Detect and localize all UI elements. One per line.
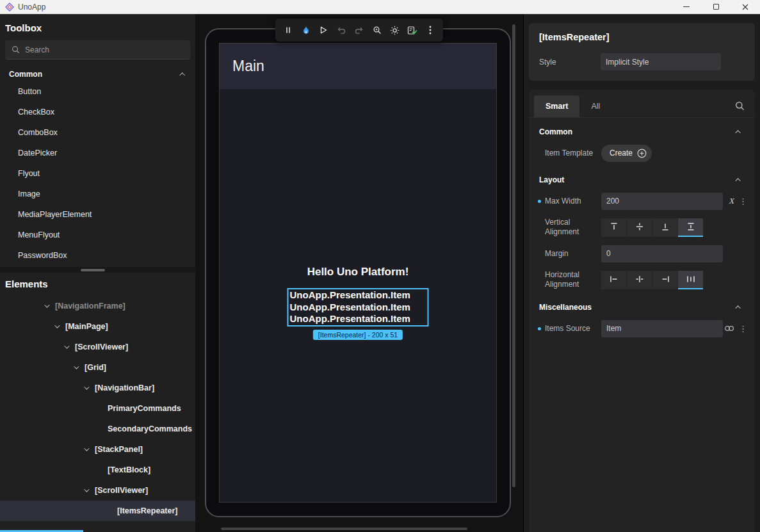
stretch-vertical-button[interactable] (678, 218, 703, 237)
search-input[interactable] (25, 45, 184, 54)
section-layout[interactable]: Layout (529, 166, 755, 188)
chevron-down-icon[interactable] (41, 304, 51, 308)
align-bottom-button[interactable] (652, 218, 677, 237)
chevron-down-icon[interactable] (81, 386, 91, 390)
toolbox-section-common[interactable]: Common (9, 70, 185, 79)
chevron-down-icon[interactable] (51, 325, 61, 328)
app-header[interactable]: Main (220, 44, 496, 89)
play-button[interactable] (316, 22, 331, 38)
items-source-row: Items Source ⋮ (529, 316, 755, 341)
binding-x-icon[interactable]: X (729, 196, 734, 206)
align-horizontal-center-button[interactable] (627, 271, 652, 289)
chevron-down-icon[interactable] (61, 345, 71, 349)
app-content[interactable]: Hello Uno Platform! UnoApp.Presentation.… (220, 89, 496, 502)
tree-item-label: [ItemsRepeater] (117, 506, 177, 515)
hello-textblock[interactable]: Hello Uno Platform! (220, 266, 496, 278)
stretch-horizontal-button[interactable] (678, 271, 703, 289)
style-input[interactable] (601, 53, 721, 70)
horizontal-alignment-label: Horizontal Alignment (545, 270, 601, 289)
tree-item-secondarycommands[interactable]: SecondaryCommands (0, 419, 195, 439)
kebab-icon (429, 26, 432, 35)
section-common[interactable]: Common (529, 118, 755, 140)
repeater-item[interactable]: UnoApp.Presentation.Item (290, 313, 426, 325)
tree-item-scrollviewer-1[interactable]: [ScrollViewer] (0, 337, 195, 357)
minimize-icon (683, 6, 690, 7)
toolbox-item-datepicker[interactable]: DatePicker (0, 143, 195, 163)
pause-button[interactable] (280, 22, 296, 38)
tree-item-navigationframe[interactable]: [NavigationFrame] (0, 296, 195, 316)
redo-button[interactable] (352, 22, 367, 38)
tree-item-primarycommands[interactable]: PrimaryCommands (0, 398, 195, 419)
modified-indicator-dot (538, 200, 541, 203)
create-template-button[interactable]: Create (601, 145, 652, 162)
play-icon (319, 26, 328, 35)
tree-item-itemsrepeater[interactable]: [ItemsRepeater] (0, 501, 195, 521)
align-vertical-center-button[interactable] (627, 218, 652, 237)
toolbox-scrollbar[interactable] (0, 267, 195, 273)
toolbox-search[interactable] (5, 40, 190, 60)
align-top-button[interactable] (601, 218, 626, 237)
more-options-icon[interactable]: ⋮ (739, 325, 747, 333)
minimize-button[interactable] (672, 0, 701, 13)
toolbox-item-mediaplayerelement[interactable]: MediaPlayerElement (0, 204, 195, 225)
selected-element-card: [ItemsRepeater] Style (529, 23, 755, 81)
hot-reload-button[interactable] (298, 22, 314, 38)
toolbox-item-label: MediaPlayerElement (18, 210, 92, 219)
create-button-label: Create (610, 149, 633, 157)
tree-item-navigationbar[interactable]: [NavigationBar] (0, 378, 195, 398)
tree-item-scrollviewer-2[interactable]: [ScrollViewer] (0, 480, 195, 501)
itemsrepeater-selection[interactable]: UnoApp.Presentation.Item UnoApp.Presenta… (287, 288, 429, 326)
margin-input[interactable] (601, 245, 723, 262)
tree-item-label: [NavigationBar] (95, 383, 154, 392)
status-check-button[interactable] (405, 22, 420, 38)
tree-item-grid[interactable]: [Grid] (0, 357, 195, 378)
chevron-down-icon[interactable] (81, 488, 91, 492)
canvas-vertical-scrollbar[interactable] (512, 24, 515, 487)
chevron-up-icon (735, 305, 740, 310)
chevron-down-icon[interactable] (70, 366, 81, 369)
redo-icon (354, 26, 364, 35)
titlebar: UnoApp (0, 0, 760, 14)
maximize-button[interactable] (701, 0, 731, 13)
close-button[interactable] (731, 0, 760, 13)
repeater-item[interactable]: UnoApp.Presentation.Item (290, 302, 426, 314)
theme-button[interactable] (387, 22, 402, 38)
section-miscellaneous[interactable]: Miscellaneous (529, 293, 755, 316)
inspect-button[interactable] (369, 22, 385, 38)
device-screen[interactable]: Main Hello Uno Platform! UnoApp.Presenta… (219, 43, 497, 503)
items-source-input[interactable] (601, 320, 723, 337)
toolbox-item-checkbox[interactable]: CheckBox (0, 102, 195, 122)
align-right-button[interactable] (652, 271, 677, 289)
toolbox-item-passwordbox[interactable]: PasswordBox (0, 245, 195, 266)
design-toolbar (275, 19, 443, 42)
toolbox-item-image[interactable]: Image (0, 184, 195, 204)
tab-all[interactable]: All (579, 95, 611, 117)
toolbox-item-menuflyout[interactable]: MenuFlyout (0, 225, 195, 245)
tab-smart[interactable]: Smart (534, 95, 579, 117)
toolbox-item-combobox[interactable]: ComboBox (0, 122, 195, 143)
tree-item-mainpage[interactable]: [MainPage] (0, 316, 195, 337)
design-canvas[interactable]: Main Hello Uno Platform! UnoApp.Presenta… (195, 14, 523, 532)
section-label: Common (9, 70, 42, 79)
align-left-button[interactable] (601, 271, 626, 289)
toolbox-item-flyout[interactable]: Flyout (0, 163, 195, 184)
toolbox-item-label: ComboBox (18, 128, 58, 137)
max-width-input[interactable] (601, 193, 723, 210)
repeater-item[interactable]: UnoApp.Presentation.Item (290, 289, 426, 302)
properties-search-button[interactable] (735, 101, 745, 117)
toolbox-item-button[interactable]: Button (0, 81, 195, 102)
tree-item-label: [ScrollViewer] (75, 343, 128, 351)
tree-item-label: [MainPage] (65, 322, 108, 331)
more-options-icon[interactable]: ⋮ (739, 197, 747, 206)
tree-item-label: [StackPanel] (95, 445, 143, 454)
canvas-horizontal-scrollbar[interactable] (221, 528, 467, 530)
undo-button[interactable] (334, 22, 349, 38)
tree-item-stackpanel[interactable]: [StackPanel] (0, 439, 195, 460)
tree-item-textblock[interactable]: [TextBlock] (0, 460, 195, 480)
chevron-down-icon[interactable] (81, 447, 91, 451)
chevron-up-icon (735, 178, 740, 183)
pause-icon (284, 26, 293, 35)
scrollbar-thumb[interactable] (81, 269, 105, 271)
binding-icon[interactable] (724, 325, 734, 332)
more-options-button[interactable] (423, 22, 438, 38)
